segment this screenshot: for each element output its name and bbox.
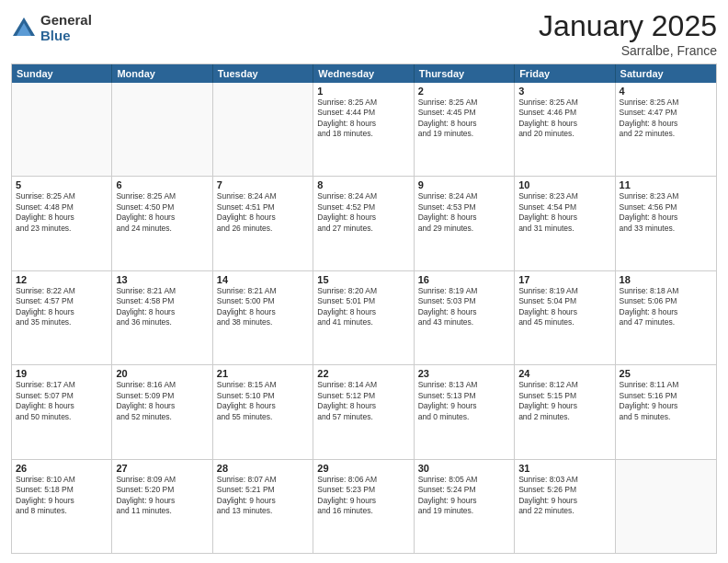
weekday-header: Sunday: [12, 64, 112, 83]
day-number: 13: [116, 274, 208, 285]
calendar-cell: 17Sunrise: 8:19 AM Sunset: 5:04 PM Dayli…: [515, 271, 615, 364]
day-info: Sunrise: 8:25 AM Sunset: 4:44 PM Dayligh…: [317, 98, 409, 140]
day-info: Sunrise: 8:06 AM Sunset: 5:23 PM Dayligh…: [317, 475, 409, 517]
calendar-cell: 29Sunrise: 8:06 AM Sunset: 5:23 PM Dayli…: [313, 460, 414, 553]
day-number: 2: [418, 86, 510, 97]
day-number: 18: [620, 274, 712, 285]
calendar-row: 19Sunrise: 8:17 AM Sunset: 5:07 PM Dayli…: [12, 364, 716, 458]
calendar-cell: 31Sunrise: 8:03 AM Sunset: 5:26 PM Dayli…: [515, 460, 615, 553]
day-info: Sunrise: 8:14 AM Sunset: 5:12 PM Dayligh…: [317, 380, 409, 422]
day-number: 7: [217, 179, 309, 190]
day-number: 4: [620, 86, 712, 97]
calendar-cell: 26Sunrise: 8:10 AM Sunset: 5:18 PM Dayli…: [12, 460, 112, 553]
calendar-cell: 27Sunrise: 8:09 AM Sunset: 5:20 PM Dayli…: [112, 460, 212, 553]
day-info: Sunrise: 8:21 AM Sunset: 5:00 PM Dayligh…: [217, 286, 309, 328]
calendar-cell: 23Sunrise: 8:13 AM Sunset: 5:13 PM Dayli…: [415, 365, 515, 458]
calendar-cell: 4Sunrise: 8:25 AM Sunset: 4:47 PM Daylig…: [616, 83, 716, 176]
day-number: 25: [620, 368, 712, 379]
day-info: Sunrise: 8:20 AM Sunset: 5:01 PM Dayligh…: [317, 286, 409, 328]
day-number: 30: [418, 463, 510, 474]
day-number: 10: [518, 179, 610, 190]
calendar-cell: 9Sunrise: 8:24 AM Sunset: 4:53 PM Daylig…: [415, 177, 515, 270]
calendar-cell: 10Sunrise: 8:23 AM Sunset: 4:54 PM Dayli…: [515, 177, 615, 270]
weekday-header: Monday: [112, 64, 212, 83]
day-info: Sunrise: 8:16 AM Sunset: 5:09 PM Dayligh…: [116, 380, 208, 422]
logo-general: General: [40, 13, 92, 29]
day-info: Sunrise: 8:15 AM Sunset: 5:10 PM Dayligh…: [217, 380, 309, 422]
day-number: 16: [418, 274, 510, 285]
day-info: Sunrise: 8:25 AM Sunset: 4:46 PM Dayligh…: [518, 98, 610, 140]
day-number: 29: [317, 463, 409, 474]
day-info: Sunrise: 8:25 AM Sunset: 4:50 PM Dayligh…: [116, 191, 208, 234]
day-number: 19: [16, 368, 108, 379]
calendar-cell: 14Sunrise: 8:21 AM Sunset: 5:00 PM Dayli…: [213, 271, 313, 364]
day-number: 8: [317, 179, 409, 190]
calendar-cell: 5Sunrise: 8:25 AM Sunset: 4:48 PM Daylig…: [12, 177, 112, 270]
day-info: Sunrise: 8:25 AM Sunset: 4:47 PM Dayligh…: [620, 98, 712, 140]
day-number: 5: [16, 179, 108, 190]
calendar-cell: [112, 83, 212, 176]
day-info: Sunrise: 8:17 AM Sunset: 5:07 PM Dayligh…: [16, 380, 108, 422]
day-number: 24: [518, 368, 610, 379]
calendar-cell: 3Sunrise: 8:25 AM Sunset: 4:46 PM Daylig…: [515, 83, 615, 176]
calendar-cell: 8Sunrise: 8:24 AM Sunset: 4:52 PM Daylig…: [313, 177, 414, 270]
day-number: 9: [418, 179, 510, 190]
day-number: 31: [518, 463, 610, 474]
calendar-row: 5Sunrise: 8:25 AM Sunset: 4:48 PM Daylig…: [12, 176, 716, 270]
calendar-cell: 7Sunrise: 8:24 AM Sunset: 4:51 PM Daylig…: [213, 177, 313, 270]
calendar-cell: 21Sunrise: 8:15 AM Sunset: 5:10 PM Dayli…: [213, 365, 313, 458]
calendar-cell: 13Sunrise: 8:21 AM Sunset: 4:58 PM Dayli…: [112, 271, 212, 364]
day-info: Sunrise: 8:13 AM Sunset: 5:13 PM Dayligh…: [418, 380, 510, 422]
day-info: Sunrise: 8:09 AM Sunset: 5:20 PM Dayligh…: [116, 475, 208, 517]
day-info: Sunrise: 8:22 AM Sunset: 4:57 PM Dayligh…: [16, 286, 108, 328]
logo-text: General Blue: [40, 13, 92, 43]
logo-blue: Blue: [40, 29, 92, 44]
calendar-cell: [213, 83, 313, 176]
month-title: January 2025: [539, 9, 717, 43]
calendar-cell: 11Sunrise: 8:23 AM Sunset: 4:56 PM Dayli…: [616, 177, 716, 270]
day-info: Sunrise: 8:07 AM Sunset: 5:21 PM Dayligh…: [217, 475, 309, 517]
calendar-cell: 12Sunrise: 8:22 AM Sunset: 4:57 PM Dayli…: [12, 271, 112, 364]
day-info: Sunrise: 8:24 AM Sunset: 4:52 PM Dayligh…: [317, 191, 409, 234]
day-number: 15: [317, 274, 409, 285]
calendar-cell: 25Sunrise: 8:11 AM Sunset: 5:16 PM Dayli…: [616, 365, 716, 458]
calendar-row: 26Sunrise: 8:10 AM Sunset: 5:18 PM Dayli…: [12, 459, 716, 553]
day-info: Sunrise: 8:03 AM Sunset: 5:26 PM Dayligh…: [518, 475, 610, 517]
logo: General Blue: [11, 13, 92, 43]
logo-icon: [11, 16, 37, 41]
calendar-cell: 18Sunrise: 8:18 AM Sunset: 5:06 PM Dayli…: [616, 271, 716, 364]
calendar-body: 1Sunrise: 8:25 AM Sunset: 4:44 PM Daylig…: [12, 83, 716, 553]
day-info: Sunrise: 8:12 AM Sunset: 5:15 PM Dayligh…: [518, 380, 610, 422]
day-info: Sunrise: 8:19 AM Sunset: 5:03 PM Dayligh…: [418, 286, 510, 328]
day-number: 28: [217, 463, 309, 474]
day-number: 26: [16, 463, 108, 474]
day-number: 21: [217, 368, 309, 379]
day-number: 20: [116, 368, 208, 379]
day-number: 3: [518, 86, 610, 97]
day-info: Sunrise: 8:19 AM Sunset: 5:04 PM Dayligh…: [518, 286, 610, 328]
day-number: 23: [418, 368, 510, 379]
day-number: 14: [217, 274, 309, 285]
day-number: 22: [317, 368, 409, 379]
calendar-cell: 1Sunrise: 8:25 AM Sunset: 4:44 PM Daylig…: [313, 83, 414, 176]
weekday-header: Tuesday: [213, 64, 313, 83]
day-number: 17: [518, 274, 610, 285]
header: General Blue January 2025 Sarralbe, Fran…: [11, 9, 717, 58]
day-info: Sunrise: 8:25 AM Sunset: 4:45 PM Dayligh…: [418, 98, 510, 140]
day-number: 12: [16, 274, 108, 285]
calendar-cell: 2Sunrise: 8:25 AM Sunset: 4:45 PM Daylig…: [415, 83, 515, 176]
weekday-header: Friday: [515, 64, 615, 83]
calendar-cell: 22Sunrise: 8:14 AM Sunset: 5:12 PM Dayli…: [313, 365, 414, 458]
day-info: Sunrise: 8:23 AM Sunset: 4:56 PM Dayligh…: [620, 191, 712, 234]
weekday-header: Wednesday: [313, 64, 414, 83]
day-info: Sunrise: 8:10 AM Sunset: 5:18 PM Dayligh…: [16, 475, 108, 517]
day-info: Sunrise: 8:24 AM Sunset: 4:53 PM Dayligh…: [418, 191, 510, 234]
calendar-cell: 15Sunrise: 8:20 AM Sunset: 5:01 PM Dayli…: [313, 271, 414, 364]
calendar-row: 12Sunrise: 8:22 AM Sunset: 4:57 PM Dayli…: [12, 270, 716, 364]
location: Sarralbe, France: [539, 43, 717, 58]
day-info: Sunrise: 8:25 AM Sunset: 4:48 PM Dayligh…: [16, 191, 108, 234]
calendar-header: SundayMondayTuesdayWednesdayThursdayFrid…: [12, 64, 716, 83]
day-number: 6: [116, 179, 208, 190]
calendar-cell: [616, 460, 716, 553]
calendar-cell: 19Sunrise: 8:17 AM Sunset: 5:07 PM Dayli…: [12, 365, 112, 458]
